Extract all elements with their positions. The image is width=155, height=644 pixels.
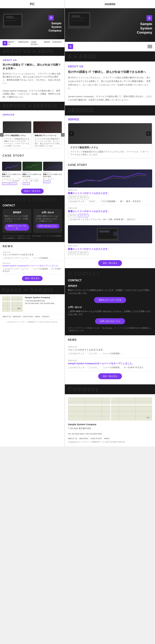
pc-news-more-btn[interactable]: 過去一覧を見る (22, 276, 43, 281)
pc-news-item-2-title: Sample System Companyのホームページをオープンしました。 (3, 265, 62, 267)
pc-nav-case[interactable]: CASE STUDY (31, 41, 42, 45)
pc-contact-card-1-btn[interactable]: 資料をダウンロードする (5, 224, 29, 231)
mobile-news-item-2: 2020.10.20 Sample System Companyのホームページを… (68, 358, 152, 371)
mobile-footer-company: Sample System Company (68, 423, 152, 426)
mobile-about-body2: Sample System Companyは、IT サービスの提供を通じて、世界… (68, 95, 152, 102)
pc-hero-logo-s: S (49, 15, 54, 20)
mobile-contact-inquiry-title: お問い合わせ (68, 306, 152, 309)
mobile-footer-nav: ABOUT US SERVICES CASE STUDY NEWS (68, 438, 152, 439)
mobile-laptop-icon (67, 12, 93, 33)
pc-footer-nav-case[interactable]: CASE STUDY (23, 316, 34, 317)
pc-contact-section: CONTACT ● CONTACT CONTACT 資料請求 弊社サービスについ… (0, 195, 65, 242)
pc-case-more-btn[interactable]: 過去の一覧を見る (21, 189, 44, 194)
pc-case-card-1-cats: カテゴリ カテゴリ (2, 182, 21, 185)
pc-contact-card-2: お問い合わせ ご質問や事業のサポートなどのお問い合わせはこちらから。お気軽にどう… (33, 209, 62, 233)
pc-service-card-1[interactable]: クラウド勤怠管理システム クライアント情報処理を行える最新クラウドシステムです。… (3, 121, 32, 149)
mobile-contact-inquiry-text: ご質問や事業のサポートなどのお問い合わせはこちらから。お気軽に二人まで共有いただ… (68, 310, 152, 316)
mobile-contact-doc-btn[interactable]: 資料をダウンロードする (94, 297, 126, 303)
mobile-case-more-btn[interactable]: 過去一覧を見る (98, 260, 122, 266)
pc-navbar-links: ABOUT US SERVICES CASE STUDY NEWS CONTAC… (7, 41, 62, 45)
mobile-case-item-2-title[interactable]: 新着エントリーのタイトルが入ります。 (68, 210, 152, 213)
pc-footer-nav: ABOUT US SERVICES CASE STUDY NEWS CONTAC… (0, 314, 65, 319)
pc-nav-services[interactable]: SERVICES (18, 41, 28, 45)
pc-footer-bg-text: mpany ● Sample (2, 287, 63, 293)
pc-footer-nav-services[interactable]: SERVICES (13, 316, 21, 317)
pc-news-item-2: 2020.10.20 Sample System Companyのホームページを… (3, 261, 62, 274)
mobile-about-bg-text: S ● ABOU (68, 53, 152, 59)
mobile-service-arrow-right[interactable]: › (146, 131, 151, 136)
pc-footer-nav-contact[interactable]: CONTACT (42, 316, 50, 317)
pc-service-card-2[interactable]: 情報共有プラットフォーム エンジニアのための情報共有プラットフォームです。オープ… (33, 121, 62, 149)
pc-contact-bg-text: CONTACT ● CONTACT (3, 198, 62, 203)
pc-service-card-1-body: クラウド勤怠管理システム クライアント情報処理を行える最新クラウドシステムです。… (3, 133, 31, 148)
pc-nav-about[interactable]: ABOUT US (7, 41, 16, 45)
mobile-news-item-1-title: トピックスのタイトルが入ります。 (68, 348, 152, 352)
pc-news-item-1: 2020.10.20 トピックスのタイトルが入ります。 こちらをクリックで「ニュ… (3, 250, 62, 261)
mobile-navbar: S (65, 42, 155, 51)
mobile-service-arrow-left[interactable]: ‹ (69, 131, 74, 136)
pc-contact-card-1: 資料請求 弊社サービスについての資料をお送りいたします。お気軽にどうぞ。 資料を… (3, 209, 31, 233)
pc-hero-text-block: S Sample System Company (49, 15, 65, 33)
svg-rect-5 (2, 26, 23, 28)
mobile-case-item-2-desc: こちらのフラットプラットフォーム・DH・の第一本来者 第一・次のカフ (68, 218, 152, 221)
mobile-navbar-logo-s[interactable]: S (68, 44, 73, 49)
pc-navbar: S ABOUT US SERVICES CASE STUDY NEWS CONT… (0, 39, 65, 47)
pc-case-section: CASE STUDY (0, 151, 65, 160)
pc-case-card-1[interactable]: 2023.01.20 新着エントリーのタイトルが入ります。 こちらをクリック、「… (2, 162, 21, 185)
mobile-case-section: CASE STUDY (65, 161, 155, 167)
pc-navbar-logo-s: S (3, 41, 7, 45)
mobile-service-card-body: クラウド勤怠管理システム クライアント情報処理を行える最新クラウドシステムです。… (68, 144, 152, 158)
mobile-news-more-btn[interactable]: 過去一覧を見る (98, 373, 122, 379)
mobile-case-item-1-cats: カテゴリ カテゴリ (68, 196, 152, 199)
pc-carousel-arrow-right[interactable]: › (61, 133, 65, 137)
mobile-footer-nav-services[interactable]: SERVICES (79, 438, 88, 439)
svg-rect-4 (6, 16, 14, 18)
pc-footer-company: Sample System Company (25, 296, 63, 299)
pc-news-item-2-link[interactable]: Sample System Companyのホームページをオープンしました。 (3, 265, 60, 267)
pc-hero: S Sample System Company (0, 8, 65, 39)
mobile-footer-nav-news[interactable]: NEWS (104, 438, 110, 439)
pc-carousel-arrow-left[interactable]: ‹ (0, 133, 4, 137)
pc-about-bg: ABOUT US ● ABOU (0, 47, 65, 56)
pc-service-card-2-text: エンジニアのための情報共有プラットフォームです。オープン系も、私たちのクローズド… (35, 138, 60, 147)
pc-footer-nav-about[interactable]: ABOUT US (3, 316, 11, 317)
pc-footer-nav-news[interactable]: NEWS (35, 316, 40, 317)
mobile-service-card-img: ‹ › (68, 123, 152, 144)
pc-case-card-2-date: 2023.12.20 (22, 172, 42, 173)
pc-service-card-1-text: クライアント情報処理を行える最新クラウドシステムです。ペーパーレス、リモートワー… (4, 138, 30, 147)
pc-case-card-3-img (43, 162, 63, 171)
pc-nav-news[interactable]: NEWS (44, 41, 50, 45)
mobile-service-card[interactable]: ‹ › クラウド勤怠管理システム クライアント情報処理を行える最新クラウドシステ… (68, 123, 152, 159)
pc-contact-card-2-title: お問い合わせ (35, 211, 60, 214)
mobile-contact-doc-title: 資料請求 (68, 284, 152, 288)
mobile-about-bg: S ● ABOU (65, 51, 155, 61)
mobile-case-cat-3a: カテゴリ (68, 252, 78, 255)
mobile-contact-inquiry-btn[interactable]: お問い合わせはこちら (95, 318, 125, 324)
mobile-case-item-3-title[interactable]: 新着エントリーのタイトルが入ります。 (68, 247, 152, 251)
mobile-case-item-3-cats: カテゴリ カテゴリ (68, 252, 152, 255)
mobile-news-item-2-title[interactable]: Sample System Companyのホームページをオープンしました。 (68, 362, 152, 365)
mobile-footer-nav-about[interactable]: ABOUT US (68, 438, 77, 439)
mobile-hamburger[interactable] (148, 45, 152, 48)
mobile-case-cat-1b: カテゴリ (79, 196, 88, 199)
pc-nav-contact[interactable]: CONTACT (52, 41, 62, 45)
pc-navbar-logo[interactable]: S (3, 41, 7, 45)
mobile-hero-title: Sample System Company (137, 22, 152, 35)
mobile-footer-nav-case[interactable]: CASE STUDY (90, 438, 102, 439)
mobile-news-item-2-date: 2020.10.20 (68, 360, 152, 361)
mobile-footer: 地図 Sample System Company 〒000-0000 東京都中央… (65, 394, 155, 447)
mobile-service-section: SERVICE ‹ › クラウド勤怠管理システム クライアント情報処理を行える最… (65, 115, 155, 161)
pc-case-card-2[interactable]: 2023.12.20 新着エントリーのタイトルが入ります。 こちらのフラットフォ… (22, 162, 42, 185)
pc-contact-card-2-btn[interactable]: お問い合わせはこちら (36, 224, 59, 228)
pc-contact-note: ※サーバーグラウンドのtempフォルダに「fig_block.jpg」というファ… (3, 235, 62, 239)
mobile-service-card-title: クラウド勤怠管理システム (70, 146, 150, 149)
pc-service-section: SERVICE (0, 110, 65, 119)
mobile-service-bg: SERVICE (65, 105, 155, 115)
pc-case-card-3[interactable]: 2023.12.10 新着エントリーのタイトルが入ります。 第一・次のカフ カテ… (43, 162, 63, 185)
mobile-case-item-1-title[interactable]: 新着エントリーのタイトルが入ります。 (68, 192, 152, 195)
mobile-footer-bg: Company (65, 384, 155, 394)
pc-about-tag: ABOUT US (3, 59, 62, 61)
mobile-case-graph-1 (68, 171, 152, 186)
pc-service-card-2-img (33, 121, 62, 133)
pc-case-card-2-img (22, 162, 42, 171)
